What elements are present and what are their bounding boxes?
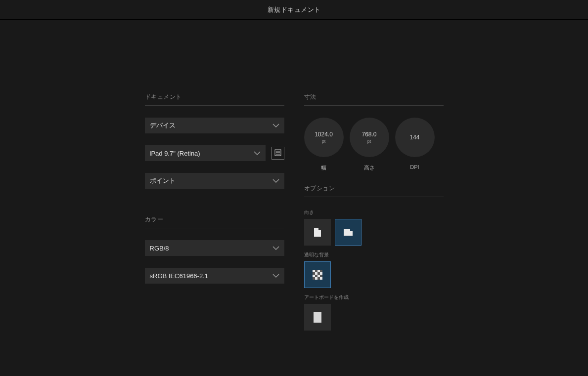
units-value: ポイント bbox=[150, 176, 176, 185]
dimension-circles: 1024.0 pt 768.0 pt 144 bbox=[304, 118, 444, 157]
color-profile-dropdown[interactable]: sRGB IEC61966-2.1 bbox=[145, 268, 284, 284]
options-section-title: オプション bbox=[304, 184, 444, 197]
document-type-value: デバイス bbox=[150, 121, 176, 130]
width-circle[interactable]: 1024.0 pt bbox=[304, 118, 344, 157]
orientation-landscape-button[interactable] bbox=[335, 219, 362, 246]
orientation-label: 向き bbox=[304, 209, 444, 216]
orientation-portrait-button[interactable] bbox=[304, 219, 331, 246]
document-type-dropdown[interactable]: デバイス bbox=[145, 118, 284, 133]
width-label: 幅 bbox=[304, 164, 344, 171]
color-section-title: カラー bbox=[145, 215, 284, 228]
height-circle[interactable]: 768.0 pt bbox=[350, 118, 389, 157]
dpi-circle[interactable]: 144 bbox=[395, 118, 435, 157]
units-dropdown[interactable]: ポイント bbox=[145, 173, 284, 189]
dimensions-section-title: 寸法 bbox=[304, 93, 444, 106]
chevron-down-icon bbox=[272, 177, 279, 184]
height-label: 高さ bbox=[350, 164, 389, 171]
title-bar: 新規ドキュメント bbox=[0, 0, 588, 20]
transparent-bg-button[interactable] bbox=[304, 261, 331, 288]
document-section-title: ドキュメント bbox=[145, 93, 284, 106]
right-column: 寸法 1024.0 pt 768.0 pt 144 幅 高さ DPI オプション… bbox=[304, 93, 444, 336]
checker-icon bbox=[313, 270, 322, 280]
chevron-down-icon bbox=[272, 122, 279, 129]
preset-dropdown[interactable]: iPad 9.7" (Retina) bbox=[145, 145, 266, 161]
color-profile-value: sRGB IEC61966-2.1 bbox=[150, 272, 209, 280]
color-format-value: RGB/8 bbox=[150, 245, 169, 252]
left-column: ドキュメント デバイス iPad 9.7" (Retina) bbox=[145, 93, 284, 336]
width-value: 1024.0 bbox=[315, 131, 333, 138]
create-artboard-label: アートボードを作成 bbox=[304, 294, 444, 301]
list-icon bbox=[274, 149, 281, 158]
preset-list-button[interactable] bbox=[271, 147, 284, 160]
page-title: 新規ドキュメント bbox=[268, 5, 321, 14]
height-value: 768.0 bbox=[362, 131, 376, 138]
dpi-label: DPI bbox=[395, 164, 435, 171]
chevron-down-icon bbox=[272, 272, 279, 279]
create-artboard-button[interactable] bbox=[304, 304, 331, 331]
height-unit: pt bbox=[367, 139, 371, 144]
artboard-icon bbox=[314, 312, 321, 323]
chevron-down-icon bbox=[254, 150, 261, 157]
content-area: ドキュメント デバイス iPad 9.7" (Retina) bbox=[0, 20, 588, 336]
portrait-icon bbox=[314, 228, 321, 237]
dimension-labels: 幅 高さ DPI bbox=[304, 164, 444, 171]
chevron-down-icon bbox=[272, 245, 279, 251]
landscape-icon bbox=[344, 229, 353, 236]
dpi-value: 144 bbox=[409, 134, 419, 141]
transparent-bg-label: 透明な背景 bbox=[304, 251, 444, 258]
color-format-dropdown[interactable]: RGB/8 bbox=[145, 240, 284, 256]
width-unit: pt bbox=[322, 139, 326, 144]
preset-value: iPad 9.7" (Retina) bbox=[150, 150, 200, 157]
